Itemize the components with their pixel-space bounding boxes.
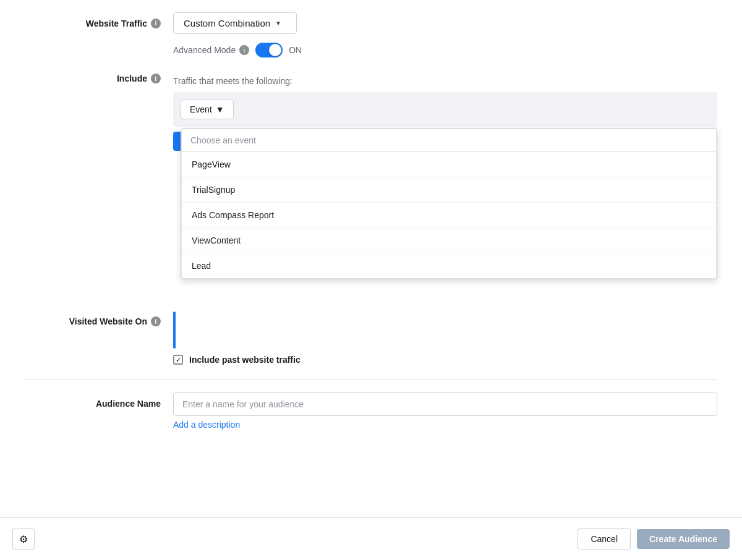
checkmark-icon: ✓ xyxy=(176,356,181,364)
event-btn-label: Event xyxy=(190,104,212,114)
advanced-mode-toggle[interactable] xyxy=(255,43,283,57)
cancel-button[interactable]: Cancel xyxy=(578,528,631,549)
create-audience-button[interactable]: Create Audience xyxy=(637,529,730,549)
event-search-input[interactable] xyxy=(181,129,717,152)
advanced-mode-label: Advanced Mode xyxy=(173,45,236,55)
advanced-mode-info-icon[interactable]: i xyxy=(239,45,249,55)
visited-label: Visited Website On xyxy=(69,316,147,326)
toggle-on-label: ON xyxy=(289,45,302,55)
add-description-link[interactable]: Add a description xyxy=(173,420,240,430)
event-dropdown-popup: PageView TrialSignup Ads Compass Report … xyxy=(181,128,717,279)
event-options-list: PageView TrialSignup Ads Compass Report … xyxy=(181,152,717,279)
footer-bar: ⚙ Cancel Create Audience xyxy=(0,517,742,560)
visited-blue-bar xyxy=(173,312,176,349)
include-info-icon[interactable]: i xyxy=(151,74,161,83)
include-description: Traffic that meets the following: xyxy=(173,69,717,86)
include-past-traffic-checkbox[interactable]: ✓ xyxy=(173,355,183,365)
audience-name-label: Audience Name xyxy=(96,399,161,409)
event-btn-arrow: ▼ xyxy=(216,104,224,114)
event-type-dropdown[interactable]: Event ▼ xyxy=(181,100,234,119)
website-traffic-info-icon[interactable]: i xyxy=(151,19,161,28)
website-traffic-dropdown[interactable]: Custom Combination ▼ xyxy=(173,12,297,34)
include-past-traffic-label: Include past website traffic xyxy=(189,355,301,365)
event-option-pageview[interactable]: PageView xyxy=(182,152,716,177)
visited-info-icon[interactable]: i xyxy=(151,316,161,326)
website-traffic-dropdown-label: Custom Combination xyxy=(184,18,270,28)
event-option-viewcontent[interactable]: ViewContent xyxy=(182,228,716,253)
settings-button[interactable]: ⚙ xyxy=(12,528,35,550)
event-option-trialsignup[interactable]: TrialSignup xyxy=(182,177,716,203)
audience-name-input[interactable] xyxy=(173,392,717,416)
section-divider xyxy=(25,380,717,380)
event-option-lead[interactable]: Lead xyxy=(182,253,716,278)
dropdown-arrow: ▼ xyxy=(275,20,281,27)
website-traffic-label: Website Traffic xyxy=(86,19,147,28)
include-label: Include xyxy=(117,74,147,83)
event-option-ads-compass[interactable]: Ads Compass Report xyxy=(182,203,716,228)
settings-icon: ⚙ xyxy=(19,533,28,545)
